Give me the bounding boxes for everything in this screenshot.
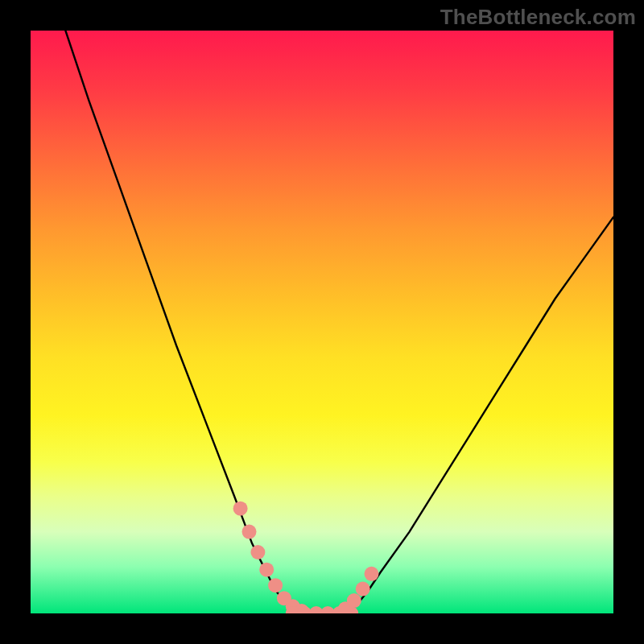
data-marker — [347, 593, 361, 608]
chart-frame: TheBottleneck.com — [0, 0, 644, 644]
data-marker — [233, 502, 248, 516]
watermark-text: TheBottleneck.com — [440, 5, 636, 30]
marker-group — [233, 502, 379, 613]
data-marker — [356, 582, 370, 597]
chart-overlay — [31, 31, 613, 613]
data-marker — [250, 545, 265, 559]
data-marker — [365, 567, 379, 581]
data-marker — [242, 525, 257, 539]
data-marker — [259, 563, 274, 577]
curve-right — [345, 217, 613, 613]
curve-left — [65, 31, 299, 613]
data-marker — [268, 578, 283, 592]
